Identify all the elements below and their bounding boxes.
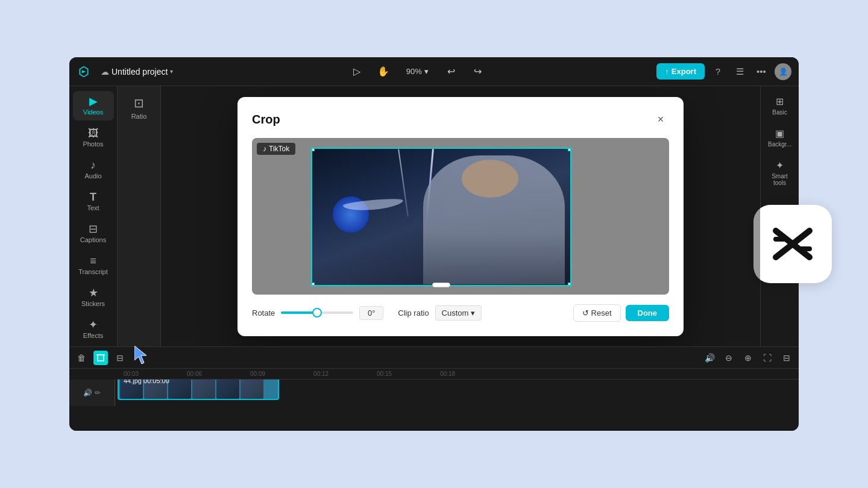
timeline-fullscreen-btn[interactable]: ⛶ <box>760 351 775 365</box>
videos-icon: ▶ <box>89 96 98 107</box>
rotate-value: 0° <box>359 306 383 320</box>
crop-handle-br[interactable] <box>568 283 571 286</box>
done-button[interactable]: Done <box>626 305 670 321</box>
sidebar-label-captions: Captions <box>80 236 106 243</box>
text-icon: T <box>90 192 96 202</box>
modal-overlay: Crop × ♪ TikTok <box>161 86 760 346</box>
person-head <box>462 160 518 198</box>
export-button[interactable]: ↑ Export <box>656 63 705 80</box>
time-marker-3: 00:09 <box>250 371 265 377</box>
crop-tiktok-icon: ♪ <box>263 145 266 153</box>
time-marker-6: 00:18 <box>440 371 455 377</box>
ratio-label: Ratio <box>131 113 147 120</box>
reset-button[interactable]: ↺ Reset <box>573 304 621 322</box>
captions-icon: ⊟ <box>89 224 98 234</box>
clip-ratio-dropdown[interactable]: Custom ▾ <box>435 305 482 321</box>
project-name-area[interactable]: ☁ Untitled project ▾ <box>96 64 178 79</box>
timeline-settings-btn[interactable]: ⊟ <box>779 351 794 365</box>
crop-handle-tl[interactable] <box>311 148 315 151</box>
timeline-split-btn[interactable]: ⊟ <box>113 351 127 365</box>
modal-actions: ↺ Reset Done <box>573 304 669 322</box>
menu-button[interactable]: ☰ <box>731 63 748 80</box>
crop-preview-area: ♪ TikTok <box>252 138 669 295</box>
reset-label: Reset <box>591 308 612 318</box>
topbar-center: ▷ ✋ 90% ▾ ↩ ↪ <box>183 63 652 80</box>
sidebar-item-effects[interactable]: ✦ Effects <box>73 314 114 344</box>
modal-close-button[interactable]: × <box>652 111 669 128</box>
main-content: ▶ Videos 🖼 Photos ♪ Audio T Text ⊟ Capti… <box>69 86 799 346</box>
sidebar-item-photos[interactable]: 🖼 Photos <box>73 123 114 152</box>
crop-modal: Crop × ♪ TikTok <box>237 97 684 336</box>
export-label: Export <box>671 67 696 76</box>
ratio-panel: ⊡ Ratio ‹ <box>118 86 161 346</box>
redo-button[interactable]: ↪ <box>470 63 486 80</box>
timeline-add-btn[interactable]: ⊕ <box>741 351 755 365</box>
effects-icon: ✦ <box>89 319 98 330</box>
reset-icon: ↺ <box>582 308 589 318</box>
zoom-control[interactable]: 90% ▾ <box>401 64 433 78</box>
time-marker-1: 00:03 <box>124 371 139 377</box>
sidebar-item-audio[interactable]: ♪ Audio <box>73 155 114 184</box>
crop-handle-tr[interactable] <box>568 148 571 151</box>
sidebar-label-audio: Audio <box>84 172 101 180</box>
ratio-tool-button[interactable]: ⊡ Ratio <box>120 91 159 125</box>
track-label: 🔊 ✏ <box>69 380 115 406</box>
timeline-crop-btn[interactable] <box>93 351 108 365</box>
right-panel-basic[interactable]: ⊞ Basic <box>763 91 797 120</box>
photos-icon: 🖼 <box>88 128 99 139</box>
left-sidebar: ▶ Videos 🖼 Photos ♪ Audio T Text ⊟ Capti… <box>69 86 118 346</box>
sidebar-label-photos: Photos <box>83 140 103 148</box>
background-label: Backgr... <box>768 141 791 148</box>
clip-ratio-value: Custom <box>442 308 469 318</box>
app-window: ☁ Untitled project ▾ ▷ ✋ 90% ▾ ↩ ↪ ↑ Exp… <box>69 57 799 431</box>
sidebar-item-captions[interactable]: ⊟ Captions <box>73 219 114 248</box>
sidebar-label-stickers: Stickers <box>81 300 105 307</box>
rotate-control: Rotate 0° <box>252 306 383 320</box>
right-panel-background[interactable]: ▣ Backgr... <box>763 123 797 152</box>
crop-handle-bottom-center[interactable] <box>432 283 450 287</box>
zoom-level: 90% <box>406 67 422 76</box>
crop-icon <box>96 353 105 363</box>
timeline-right-tools: 🔊 ⊖ ⊕ ⛶ ⊟ <box>702 351 794 365</box>
sidebar-item-videos[interactable]: ▶ Videos <box>73 91 114 120</box>
cursor-indicator <box>134 346 153 370</box>
zoom-dropdown-icon: ▾ <box>424 67 429 76</box>
timeline-zoom-out-btn[interactable]: ⊖ <box>722 351 736 365</box>
crop-tiktok-text: TikTok <box>269 145 289 153</box>
project-name: Untitled project <box>112 67 168 77</box>
sidebar-item-transcript[interactable]: ≡ Transcript <box>73 251 114 280</box>
help-button[interactable]: ? <box>709 63 726 80</box>
sidebar-label-transcript: Transcript <box>78 268 108 275</box>
modal-header: Crop × <box>252 111 669 128</box>
save-icon: ☁ <box>101 67 109 77</box>
more-button[interactable]: ••• <box>753 63 770 80</box>
rotate-label: Rotate <box>252 308 275 318</box>
timeline-panel: 🗑 ⊟ 🔊 ⊖ ⊕ ⛶ ⊟ <box>69 346 799 431</box>
user-avatar[interactable]: 👤 <box>775 63 791 80</box>
undo-button[interactable]: ↩ <box>443 63 460 80</box>
capcut-logo-badge <box>753 205 832 283</box>
crop-image-frame[interactable] <box>311 148 571 286</box>
export-icon: ↑ <box>665 67 669 76</box>
rotate-slider[interactable] <box>281 311 353 314</box>
lightning-2 <box>398 149 409 216</box>
modal-controls: Rotate 0° Clip ratio <box>252 304 669 322</box>
timeline-delete-btn[interactable]: 🗑 <box>74 351 89 365</box>
modal-title: Crop <box>252 113 280 127</box>
timeline-content: 00:03 00:06 00:09 00:12 00:15 00:18 🔊 ✏ … <box>69 369 799 431</box>
basic-icon: ⊞ <box>776 96 784 107</box>
cursor-tool-button[interactable]: ▷ <box>348 63 365 80</box>
crop-tiktok-label: ♪ TikTok <box>257 143 295 155</box>
sidebar-item-stickers[interactable]: ★ Stickers <box>73 283 114 312</box>
cursor-arrow-icon <box>134 346 153 368</box>
canvas-area: ♪ TikTok Crop <box>161 86 760 346</box>
time-marker-5: 00:15 <box>377 371 392 377</box>
ratio-icon: ⊡ <box>134 96 144 110</box>
crop-handle-bl[interactable] <box>311 283 315 286</box>
right-panel-smart-tools[interactable]: ✦ Smart tools <box>763 155 797 191</box>
sidebar-item-text[interactable]: T Text <box>73 187 114 216</box>
hand-tool-button[interactable]: ✋ <box>375 63 392 80</box>
slider-thumb[interactable] <box>312 308 322 318</box>
timeline-audio-btn[interactable]: 🔊 <box>702 351 717 365</box>
capcut-logo-icon <box>769 220 817 268</box>
